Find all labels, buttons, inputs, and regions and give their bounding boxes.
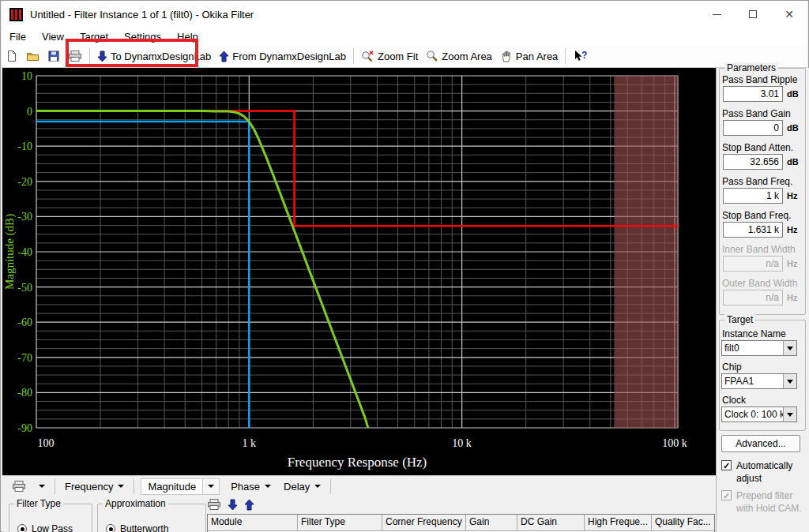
chip-combobox[interactable]: FPAA1: [721, 373, 797, 389]
toolbar-separator: [565, 48, 566, 64]
move-up-button[interactable]: [244, 499, 254, 513]
menu-target[interactable]: Target: [72, 29, 116, 44]
menu-settings[interactable]: Settings: [116, 29, 169, 44]
frequency-dropdown[interactable]: Frequency: [58, 478, 130, 495]
delay-dropdown[interactable]: Delay: [277, 478, 327, 495]
chevron-down-icon[interactable]: [783, 407, 796, 421]
prepend-filter-label: Prepend filter with Hold CAM.: [736, 489, 807, 515]
phase-dropdown[interactable]: Phase: [224, 478, 277, 495]
filter-type-low-pass-radio[interactable]: Low Pass: [17, 523, 73, 532]
magnitude-label: Magnitude: [148, 481, 196, 493]
stop-band-atten-input[interactable]: [723, 154, 783, 170]
plot-area: 100-10-20-30-40-50-60-70-80-901001 k10 k…: [2, 68, 716, 475]
from-dynamxdesignlab-label: From DynamxDesignLab: [232, 51, 346, 62]
prepend-filter-checkbox: ✓ Prepend filter with Hold CAM.: [721, 489, 807, 515]
pan-area-button[interactable]: Pan Area: [496, 47, 563, 65]
titlebar: Untitled - Filter Instance 1 of 1 (filt0…: [2, 1, 807, 28]
chart-print-dropdown[interactable]: [32, 482, 51, 490]
print-icon: [12, 480, 26, 493]
toolbar-separator: [89, 48, 90, 64]
chip-label: Chip: [722, 362, 742, 373]
to-dynamxdesignlab-button[interactable]: To DynamxDesignLab: [93, 48, 215, 65]
instance-name-combobox[interactable]: filt0: [721, 340, 797, 356]
print-icon: [207, 498, 221, 511]
zoom-fit-icon: [361, 50, 374, 62]
svg-text:-30: -30: [17, 211, 32, 223]
svg-text:100: 100: [38, 437, 55, 449]
svg-text:10: 10: [21, 70, 32, 82]
context-help-button[interactable]: ?: [569, 47, 591, 65]
unit-label: Hz: [787, 293, 797, 302]
clock-combobox[interactable]: Clock 0: 100 k: [721, 406, 797, 422]
pan-area-label: Pan Area: [516, 51, 559, 62]
filter-type-title: Filter Type: [14, 498, 63, 509]
chevron-down-icon[interactable]: [783, 341, 796, 355]
module-table-toolbar: [207, 498, 254, 513]
svg-text:-10: -10: [17, 140, 32, 152]
target-group-title: Target: [724, 314, 755, 325]
context-help-icon: ?: [573, 50, 587, 62]
frequency-response-chart[interactable]: 100-10-20-30-40-50-60-70-80-901001 k10 k…: [2, 68, 716, 475]
approximation-butterworth-radio[interactable]: Butterworth: [106, 523, 168, 532]
maximize-button[interactable]: [735, 1, 771, 28]
chevron-down-icon[interactable]: [783, 374, 796, 388]
col-quality-factor: Quality Fac...: [652, 515, 713, 530]
menu-view[interactable]: View: [34, 29, 72, 44]
zoom-area-label: Zoom Area: [442, 51, 492, 62]
save-icon: [47, 50, 60, 62]
new-button[interactable]: [2, 47, 22, 65]
chevron-down-icon: [118, 485, 124, 488]
magnitude-button[interactable]: Magnitude: [141, 478, 203, 495]
auto-adjust-checkbox[interactable]: ✓ Automatically adjust: [721, 459, 807, 485]
svg-text:-70: -70: [17, 352, 32, 364]
stop-band-freq-input[interactable]: [723, 222, 783, 238]
blue-up-arrow-icon: [244, 499, 254, 511]
save-button[interactable]: [43, 47, 64, 65]
from-dynamxdesignlab-button[interactable]: From DynamxDesignLab: [215, 48, 350, 65]
module-table: Module Filter Type Corner Frequency Gain…: [207, 514, 715, 532]
radio-selected-icon: [17, 524, 27, 532]
magnitude-dropdown[interactable]: [203, 478, 220, 495]
low-pass-label: Low Pass: [32, 523, 73, 532]
close-button[interactable]: ✕: [771, 1, 807, 28]
close-icon: ✕: [785, 9, 794, 20]
open-button[interactable]: [22, 47, 43, 65]
chevron-down-icon: [265, 485, 271, 488]
col-high-frequency: High Freque...: [585, 515, 652, 530]
svg-text:?: ?: [581, 50, 587, 61]
blue-down-arrow-icon: [228, 499, 238, 511]
menu-help[interactable]: Help: [169, 29, 206, 44]
col-filter-type: Filter Type: [298, 515, 382, 530]
zoom-area-button[interactable]: Zoom Area: [422, 47, 496, 65]
approximation-group: Approximation Butterworth: [97, 504, 206, 532]
open-folder-icon: [26, 50, 40, 62]
pass-band-gain-input[interactable]: [723, 120, 783, 136]
zoom-fit-label: Zoom Fit: [378, 51, 418, 62]
chevron-down-icon: [208, 485, 214, 488]
toolbar-separator: [330, 479, 331, 494]
table-print-button[interactable]: [207, 498, 221, 513]
svg-text:Magnitude (dB): Magnitude (dB): [3, 214, 17, 290]
pass-band-ripple-input[interactable]: [723, 86, 783, 102]
checkbox-checked-icon: ✓: [721, 490, 732, 500]
print-button[interactable]: [64, 47, 86, 65]
param-label: Outer Band Width: [722, 278, 797, 289]
advanced-button[interactable]: Advanced...: [721, 435, 800, 452]
inner-band-width-input: [723, 256, 783, 272]
svg-text:-50: -50: [17, 282, 32, 294]
zoom-area-icon: [426, 50, 438, 62]
chart-print-button[interactable]: [6, 478, 32, 495]
auto-adjust-label: Automatically adjust: [736, 459, 807, 485]
unit-label: dB: [787, 123, 799, 133]
delay-label: Delay: [284, 481, 310, 493]
col-module: Module: [208, 515, 298, 530]
app-window: Untitled - Filter Instance 1 of 1 (filt0…: [0, 0, 809, 532]
minimize-button[interactable]: [698, 1, 735, 28]
move-down-button[interactable]: [228, 499, 238, 513]
svg-text:-90: -90: [17, 422, 32, 434]
menu-file[interactable]: File: [2, 29, 34, 44]
pass-band-freq-input[interactable]: [723, 188, 783, 204]
svg-text:-20: -20: [17, 176, 32, 188]
param-label: Inner Band Width: [722, 244, 796, 255]
zoom-fit-button[interactable]: Zoom Fit: [357, 47, 422, 65]
